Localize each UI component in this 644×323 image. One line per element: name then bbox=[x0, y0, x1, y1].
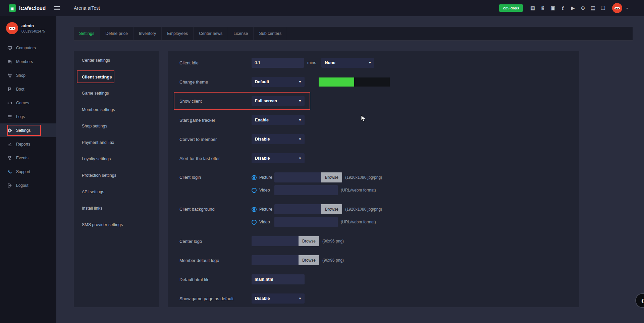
client-background-picture-browse-button[interactable]: Browse bbox=[321, 204, 342, 214]
field-label: Client login bbox=[179, 172, 252, 180]
center-logo-input[interactable] bbox=[252, 236, 299, 246]
tab-center-news[interactable]: Center news bbox=[194, 27, 228, 40]
sidebar-item-games[interactable]: Games bbox=[0, 96, 56, 110]
sidebar-item-label: Support bbox=[16, 169, 30, 174]
layers-icon[interactable]: ❏ bbox=[600, 5, 606, 11]
hamburger-menu-icon[interactable] bbox=[54, 6, 60, 10]
sidebar-item-members[interactable]: Members bbox=[0, 55, 56, 68]
settings-nav-center-settings[interactable]: Center settings bbox=[74, 52, 159, 69]
start-game-tracker-row: Start game tracker Enable ▼ bbox=[179, 115, 579, 125]
globe-icon[interactable]: ⊕ bbox=[580, 5, 586, 11]
chart-icon bbox=[7, 142, 13, 147]
topbar: ▣ iCafeCloud Arena aiTest 225 days ▦ ♛ ▣… bbox=[0, 0, 644, 16]
chevron-down-icon: ▼ bbox=[299, 99, 302, 103]
user-avatar[interactable] bbox=[612, 3, 622, 13]
client-idle-action-select[interactable]: None ▼ bbox=[321, 58, 374, 68]
license-days-badge[interactable]: 225 days bbox=[499, 4, 523, 12]
logo-format-hint: (96x96 png) bbox=[322, 239, 344, 244]
field-label: Show client bbox=[179, 99, 252, 104]
sidebar-item-label: Events bbox=[16, 156, 29, 160]
change-theme-select[interactable]: Default ▼ bbox=[252, 77, 305, 87]
tab-settings[interactable]: Settings bbox=[74, 27, 100, 40]
client-settings-form: Client idle mins None ▼ Change theme Def… bbox=[168, 51, 579, 307]
settings-nav-protection-settings[interactable]: Protection settings bbox=[74, 167, 159, 184]
phone-icon bbox=[7, 169, 13, 174]
client-idle-input[interactable] bbox=[252, 58, 304, 68]
sidebar-user[interactable]: admin 005193482475 bbox=[0, 16, 56, 41]
chevron-down-icon: ▼ bbox=[299, 297, 302, 300]
flag-icon bbox=[7, 87, 13, 92]
field-label: Alert for the last offer bbox=[179, 156, 252, 161]
client-login-picture-radio[interactable] bbox=[252, 175, 257, 180]
chevron-down-icon: ▼ bbox=[299, 80, 302, 84]
facebook-icon[interactable]: f bbox=[560, 5, 566, 11]
settings-nav-members-settings[interactable]: Members settings bbox=[74, 102, 159, 118]
change-theme-row: Change theme Default ▼ bbox=[179, 77, 579, 87]
settings-nav-game-settings[interactable]: Game settings bbox=[74, 85, 159, 102]
theme-swatch-green[interactable] bbox=[319, 77, 354, 87]
client-login-video-radio[interactable] bbox=[252, 188, 257, 193]
show-game-page-select[interactable]: Disable ▼ bbox=[252, 293, 305, 304]
member-default-logo-input[interactable] bbox=[252, 255, 299, 265]
logo-format-hint: (96x96 png) bbox=[322, 258, 344, 263]
settings-nav-api-settings[interactable]: API settings bbox=[74, 184, 159, 200]
settings-nav-loyalty-settings[interactable]: Loyalty settings bbox=[74, 151, 159, 167]
trophy-icon[interactable]: ♛ bbox=[540, 5, 546, 11]
field-label: Client background bbox=[179, 204, 252, 212]
settings-nav-client-settings[interactable]: Client settings bbox=[74, 69, 159, 85]
default-html-file-input[interactable] bbox=[252, 274, 305, 284]
field-label: Member default logo bbox=[179, 258, 252, 263]
sidebar-item-support[interactable]: Support bbox=[0, 165, 56, 178]
field-label: Show game page as default bbox=[179, 296, 252, 301]
settings-nav-sms-provider[interactable]: SMS provider settings bbox=[74, 217, 159, 233]
sidebar-item-logs[interactable]: Logs bbox=[0, 110, 56, 123]
tab-inventory[interactable]: Inventory bbox=[133, 27, 162, 40]
chevron-down-icon[interactable]: ▾ bbox=[626, 6, 628, 10]
start-game-tracker-select[interactable]: Enable ▼ bbox=[252, 115, 305, 125]
sidebar-item-label: Reports bbox=[16, 142, 30, 147]
sidebar-item-label: Shop bbox=[16, 73, 25, 78]
show-client-select[interactable]: Full screen ▼ bbox=[252, 96, 305, 106]
tab-define-price[interactable]: Define price bbox=[100, 27, 133, 40]
brand-logo-icon: ▣ bbox=[9, 4, 16, 12]
card-icon[interactable]: ▤ bbox=[590, 5, 596, 11]
field-label: Center logo bbox=[179, 239, 252, 244]
youtube-icon[interactable]: ▶ bbox=[570, 5, 576, 11]
client-login-video-input[interactable] bbox=[274, 185, 338, 195]
sidebar-item-label: Computers bbox=[16, 46, 36, 50]
tab-sub-centers[interactable]: Sub centers bbox=[254, 27, 287, 40]
chevron-down-icon: ▼ bbox=[299, 118, 302, 122]
screen-icon[interactable]: ▣ bbox=[550, 5, 556, 11]
sidebar-item-events[interactable]: Events bbox=[0, 151, 56, 165]
sidebar-item-settings[interactable]: Settings bbox=[0, 123, 56, 137]
theme-swatch-black[interactable] bbox=[354, 77, 390, 87]
client-login-picture-input[interactable] bbox=[274, 172, 321, 182]
page-title: Arena aiTest bbox=[74, 5, 100, 11]
client-background-row: Client background Picture Browse (1920x1… bbox=[179, 204, 579, 227]
sidebar-item-logout[interactable]: Logout bbox=[0, 178, 56, 192]
alert-last-offer-select[interactable]: Disable ▼ bbox=[252, 153, 305, 163]
client-background-picture-radio[interactable] bbox=[252, 207, 257, 212]
sidebar-item-reports[interactable]: Reports bbox=[0, 137, 56, 151]
list-icon bbox=[7, 114, 13, 119]
settings-nav-payment-and-tax[interactable]: Payment and Tax bbox=[74, 134, 159, 151]
settings-nav-shop-settings[interactable]: Shop settings bbox=[74, 118, 159, 134]
client-background-picture-input[interactable] bbox=[274, 204, 321, 214]
sidebar-item-label: Games bbox=[16, 101, 29, 105]
sidebar-item-boot[interactable]: Boot bbox=[0, 82, 56, 96]
client-background-video-radio[interactable] bbox=[252, 220, 257, 225]
member-default-logo-browse-button[interactable]: Browse bbox=[299, 255, 319, 265]
center-logo-browse-button[interactable]: Browse bbox=[299, 236, 319, 246]
client-background-video-input[interactable] bbox=[274, 217, 338, 227]
sidebar-item-computers[interactable]: Computers bbox=[0, 41, 56, 55]
client-idle-unit: mins bbox=[307, 60, 316, 65]
video-format-hint: (URL/webm format) bbox=[341, 220, 376, 224]
grid-icon[interactable]: ▦ bbox=[530, 5, 536, 11]
client-login-picture-browse-button[interactable]: Browse bbox=[321, 172, 342, 182]
convert-to-member-select[interactable]: Disable ▼ bbox=[252, 134, 305, 144]
sidebar-item-shop[interactable]: Shop bbox=[0, 68, 56, 82]
tab-employees[interactable]: Employees bbox=[162, 27, 194, 40]
video-format-hint: (URL/webm format) bbox=[341, 188, 376, 193]
tab-license[interactable]: License bbox=[228, 27, 254, 40]
settings-nav-install-links[interactable]: Install links bbox=[74, 200, 159, 217]
